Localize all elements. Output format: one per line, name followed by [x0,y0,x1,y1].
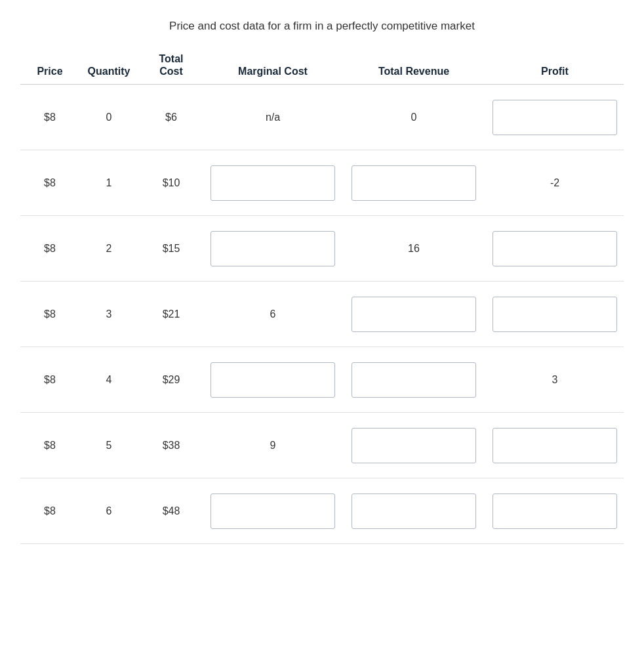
input-profit-2[interactable] [493,231,617,266]
cell-total-revenue-6[interactable] [342,494,486,529]
cell-profit-5[interactable] [486,428,624,463]
cell-quantity-1: 1 [79,177,138,189]
cell-price-2: $8 [20,243,79,255]
input-profit-0[interactable] [493,100,617,135]
main-container: Price and cost data for a firm in a perf… [20,20,624,544]
page-title: Price and cost data for a firm in a perf… [20,20,624,33]
header-marginal-cost: Marginal Cost [204,65,342,77]
cell-quantity-0: 0 [79,112,138,123]
cell-profit-2[interactable] [486,231,624,266]
cell-profit-6[interactable] [486,494,624,529]
cell-marginal-cost-2[interactable] [204,231,342,266]
cell-quantity-5: 5 [79,440,138,452]
cell-price-4: $8 [20,374,79,386]
table-row: $8 5 $38 9 [20,413,624,478]
data-table: Price Quantity TotalCost Marginal Cost T… [20,52,624,544]
table-row: $8 2 $15 16 [20,216,624,282]
header-total-cost: TotalCost [138,52,204,77]
cell-total-cost-5: $38 [138,440,204,452]
cell-total-cost-0: $6 [138,112,204,123]
cell-profit-4: 3 [486,374,624,386]
cell-quantity-3: 3 [79,308,138,320]
input-profit-5[interactable] [493,428,617,463]
table-row: $8 1 $10 -2 [20,150,624,216]
cell-total-revenue-1[interactable] [342,165,486,201]
header-profit: Profit [486,65,624,77]
cell-quantity-6: 6 [79,505,138,517]
input-profit-6[interactable] [493,494,617,529]
cell-total-revenue-2: 16 [342,243,486,255]
table-header: Price Quantity TotalCost Marginal Cost T… [20,52,624,85]
cell-total-revenue-4[interactable] [342,362,486,398]
input-marginal-cost-4[interactable] [211,362,335,398]
table-row: $8 6 $48 [20,478,624,544]
cell-total-revenue-5[interactable] [342,428,486,463]
table-row: $8 0 $6 n/a 0 [20,85,624,150]
cell-quantity-4: 4 [79,374,138,386]
header-total-revenue: Total Revenue [342,65,486,77]
cell-price-5: $8 [20,440,79,452]
input-marginal-cost-2[interactable] [211,231,335,266]
table-row: $8 4 $29 3 [20,347,624,413]
input-profit-3[interactable] [493,297,617,332]
cell-total-cost-2: $15 [138,243,204,255]
header-price: Price [20,65,79,77]
table-row: $8 3 $21 6 [20,282,624,347]
cell-marginal-cost-4[interactable] [204,362,342,398]
cell-total-cost-6: $48 [138,505,204,517]
cell-total-revenue-3[interactable] [342,297,486,332]
input-marginal-cost-6[interactable] [211,494,335,529]
cell-price-0: $8 [20,112,79,123]
input-marginal-cost-1[interactable] [211,165,335,201]
cell-marginal-cost-6[interactable] [204,494,342,529]
cell-price-3: $8 [20,308,79,320]
cell-quantity-2: 2 [79,243,138,255]
input-total-revenue-5[interactable] [352,428,476,463]
input-total-revenue-3[interactable] [352,297,476,332]
input-total-revenue-4[interactable] [352,362,476,398]
cell-profit-3[interactable] [486,297,624,332]
cell-total-revenue-0: 0 [342,112,486,123]
cell-total-cost-1: $10 [138,177,204,189]
cell-marginal-cost-5: 9 [204,440,342,452]
input-total-revenue-1[interactable] [352,165,476,201]
cell-marginal-cost-1[interactable] [204,165,342,201]
header-quantity: Quantity [79,65,138,77]
cell-marginal-cost-3: 6 [204,308,342,320]
input-total-revenue-6[interactable] [352,494,476,529]
cell-profit-0[interactable] [486,100,624,135]
cell-total-cost-3: $21 [138,308,204,320]
cell-marginal-cost-0: n/a [204,112,342,123]
cell-total-cost-4: $29 [138,374,204,386]
cell-price-6: $8 [20,505,79,517]
cell-price-1: $8 [20,177,79,189]
cell-profit-1: -2 [486,177,624,189]
